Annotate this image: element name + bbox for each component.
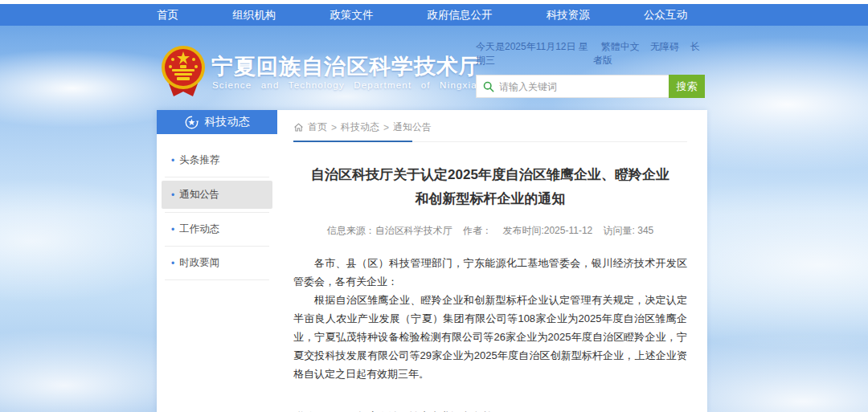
article-paragraph: 各市、县（区）科技管理部门，宁东能源化工基地管委会，银川经济技术开发区管委会，各…	[293, 254, 687, 291]
sidebar-item-political-news[interactable]: • 时政要闻	[157, 247, 277, 279]
breadcrumb-separator: >	[331, 122, 337, 133]
bullet-icon: •	[171, 258, 174, 269]
bullet-icon: •	[171, 155, 174, 166]
article-title-line2: 和创新型标杆企业的通知	[293, 187, 687, 211]
sidebar-title: 科技动态	[205, 115, 250, 129]
search-button[interactable]: 搜索	[669, 75, 705, 98]
sidebar-header: 科技动态	[157, 110, 277, 134]
attachments-block: 附件： 1.2025年度自治区雏鹰企业认定名单 2.2025年度自治区瞪羚企业认…	[293, 407, 687, 412]
sidebar-item-work-trends[interactable]: • 工作动态	[157, 213, 277, 246]
article-title-line1: 自治区科技厅关于认定2025年度自治区雏鹰企业、瞪羚企业	[293, 163, 687, 187]
meta-source: 信息来源：自治区科学技术厅	[327, 225, 452, 236]
meta-visits: 访问量: 345	[604, 225, 654, 236]
link-accessibility[interactable]: 无障碍	[650, 41, 679, 52]
nav-item-policy[interactable]: 政策文件	[330, 8, 373, 22]
home-icon	[293, 122, 304, 133]
breadcrumb-tech-trends[interactable]: 科技动态	[341, 120, 379, 134]
article-title: 自治区科技厅关于认定2025年度自治区雏鹰企业、瞪羚企业 和创新型标杆企业的通知	[293, 163, 687, 211]
breadcrumb-underline	[293, 141, 687, 142]
site-subtitle: Science and Technology Department of Nin…	[212, 80, 477, 90]
utility-links: 繁體中文 无障碍 长者版	[593, 40, 705, 67]
nav-item-gov-info[interactable]: 政府信息公开	[428, 8, 493, 22]
site-title: 宁夏回族自治区科学技术厅	[211, 52, 481, 81]
bullet-icon: •	[171, 190, 174, 201]
sidebar: 科技动态 • 头条推荐 • 通知公告 • 工作动态 • 时政要闻	[157, 110, 277, 412]
link-traditional-chinese[interactable]: 繁體中文	[601, 41, 640, 52]
header-right: 今天是2025年11月12日 星期三 繁體中文 无障碍 长者版 搜索	[476, 40, 705, 98]
emblem-icon	[161, 45, 206, 98]
breadcrumb-notices[interactable]: 通知公告	[393, 120, 432, 134]
breadcrumb: 首页 > 科技动态 > 通知公告	[293, 120, 687, 134]
sidebar-item-notices[interactable]: • 通知公告	[162, 181, 272, 209]
current-date: 今天是2025年11月12日 星期三	[476, 40, 593, 67]
sidebar-divider	[165, 177, 269, 177]
sidebar-item-label: 通知公告	[179, 188, 219, 202]
sidebar-item-label: 时政要闻	[179, 256, 219, 270]
search-box	[476, 75, 669, 98]
nav-item-public-interaction[interactable]: 公众互动	[644, 8, 687, 22]
meta-author: 作者：	[463, 225, 492, 236]
content-wrapper: 科技动态 • 头条推荐 • 通知公告 • 工作动态 • 时政要闻 首页	[157, 110, 707, 412]
article-body: 各市、县（区）科技管理部门，宁东能源化工基地管委会，银川经济技术开发区管委会，各…	[293, 254, 687, 383]
circled-star-icon	[185, 116, 199, 129]
national-emblem-logo	[161, 45, 206, 101]
article-paragraph: 根据自治区雏鹰企业、瞪羚企业和创新型标杆企业认定管理有关规定，决定认定半亩良人农…	[293, 291, 687, 383]
search-icon	[483, 81, 494, 92]
attachment-link-1[interactable]: 1.2025年度自治区雏鹰企业认定名单	[325, 407, 524, 412]
article-area: 首页 > 科技动态 > 通知公告 自治区科技厅关于认定2025年度自治区雏鹰企业…	[277, 110, 707, 412]
nav-item-tech-resources[interactable]: 科技资源	[547, 8, 590, 22]
breadcrumb-home[interactable]: 首页	[308, 120, 327, 134]
date-row: 今天是2025年11月12日 星期三 繁體中文 无障碍 长者版	[476, 40, 705, 67]
sidebar-item-label: 头条推荐	[179, 153, 219, 167]
attachments-list: 1.2025年度自治区雏鹰企业认定名单 2.2025年度自治区瞪羚企业认定名单 …	[325, 407, 524, 412]
article-meta: 信息来源：自治区科学技术厅 作者： 发布时间:2025-11-12 访问量: 3…	[293, 224, 687, 238]
meta-publish-time: 发布时间:2025-11-12	[502, 225, 592, 236]
search-bar: 搜索	[476, 75, 705, 98]
search-input[interactable]	[499, 81, 662, 92]
main-nav-inner: 首页 组织机构 政策文件 政府信息公开 科技资源 公众互动	[157, 8, 687, 22]
sidebar-item-label: 工作动态	[179, 222, 219, 236]
breadcrumb-separator: >	[383, 122, 389, 133]
attachments-label: 附件：	[293, 407, 325, 412]
sidebar-item-headline-recommend[interactable]: • 头条推荐	[157, 144, 277, 177]
site-header: 宁夏回族自治区科学技术厅 Science and Technology Depa…	[0, 26, 868, 110]
main-nav: 首页 组织机构 政策文件 政府信息公开 科技资源 公众互动	[0, 4, 868, 26]
bullet-icon: •	[171, 224, 174, 235]
nav-item-organization[interactable]: 组织机构	[232, 8, 276, 22]
sidebar-divider	[165, 279, 269, 280]
nav-item-home[interactable]: 首页	[157, 8, 178, 22]
breadcrumb-accent-bar	[293, 141, 412, 142]
